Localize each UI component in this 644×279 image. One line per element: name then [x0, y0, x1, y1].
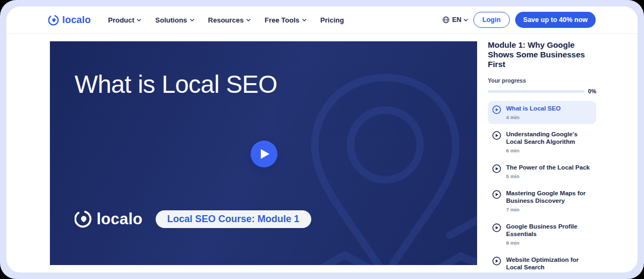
lesson-title: Mastering Google Maps for Business Disco…: [506, 189, 592, 204]
nav-label: Solutions: [155, 16, 187, 24]
progress-bar[interactable]: [488, 90, 585, 93]
lesson-duration: 9 min: [506, 240, 592, 246]
lesson-item-1[interactable]: What is Local SEO 4 min: [488, 101, 596, 124]
promo-cta-button[interactable]: Save up to 40% now: [515, 12, 596, 28]
lesson-title: Website Optimization for Local Search: [506, 256, 592, 271]
lesson-title: Google Business Profile Essentials: [506, 223, 592, 238]
play-circle-icon: [492, 256, 501, 266]
language-code: EN: [452, 16, 461, 24]
progress-value: 0%: [588, 88, 596, 94]
play-circle-icon: [492, 223, 501, 232]
progress-label: Your progress: [488, 77, 596, 84]
play-circle-icon: [492, 131, 501, 140]
video-player[interactable]: What is Local SEO localo Local SEO Cours…: [50, 41, 477, 265]
lesson-title: The Power of the Local Pack: [506, 164, 590, 171]
main-nav: Product Solutions Resources Free Tools P…: [108, 16, 344, 24]
nav-label: Product: [108, 16, 134, 24]
lesson-duration: 5 min: [506, 173, 590, 179]
course-sidebar: Module 1: Why Google Shows Some Business…: [488, 34, 596, 273]
login-button[interactable]: Login: [473, 12, 510, 28]
module-title: Module 1: Why Google Shows Some Business…: [488, 40, 596, 69]
header-right: EN Login Save up to 40% now: [442, 12, 596, 28]
lesson-item-3[interactable]: The Power of the Local Pack 5 min: [488, 160, 596, 183]
nav-item-product[interactable]: Product: [108, 16, 141, 24]
course-module-badge: Local SEO Course: Module 1: [156, 210, 311, 228]
chevron-down-icon: [302, 19, 306, 21]
lesson-list: What is Local SEO 4 min Understanding Go…: [488, 101, 596, 273]
localo-logo-icon: [48, 14, 60, 26]
localo-logo[interactable]: localo: [48, 14, 91, 26]
lesson-title: What is Local SEO: [506, 105, 561, 112]
page-frame: localo Product Solutions Resources Free …: [0, 0, 644, 279]
nav-label: Resources: [208, 16, 244, 24]
progress-row: 0%: [488, 88, 596, 94]
chevron-down-icon: [137, 19, 141, 21]
play-circle-icon: [492, 105, 501, 114]
chevron-down-icon: [246, 19, 251, 21]
video-localo-logo: localo: [75, 210, 143, 228]
localo-logo-icon: [75, 210, 93, 228]
app-card: localo Product Solutions Resources Free …: [6, 6, 638, 273]
lesson-title: Understanding Google's Local Search Algo…: [506, 130, 592, 145]
lesson-duration: 7 min: [506, 207, 592, 212]
language-selector[interactable]: EN: [442, 16, 467, 24]
chevron-down-icon: [190, 19, 194, 21]
play-circle-icon: [492, 190, 501, 199]
nav-label: Pricing: [320, 16, 344, 24]
top-navbar: localo Product Solutions Resources Free …: [6, 6, 638, 34]
play-button[interactable]: [251, 141, 277, 167]
globe-icon: [442, 16, 450, 24]
lesson-item-2[interactable]: Understanding Google's Local Search Algo…: [488, 127, 596, 157]
nav-item-pricing[interactable]: Pricing: [320, 16, 344, 24]
lesson-item-5[interactable]: Google Business Profile Essentials 9 min: [488, 219, 596, 249]
lesson-duration: 6 min: [506, 148, 592, 153]
video-footer: localo Local SEO Course: Module 1: [75, 210, 311, 228]
nav-item-free-tools[interactable]: Free Tools: [265, 16, 306, 24]
video-localo-logo-text: localo: [97, 210, 143, 228]
nav-label: Free Tools: [265, 16, 299, 24]
lesson-item-6[interactable]: Website Optimization for Local Search 13…: [488, 252, 596, 273]
nav-item-resources[interactable]: Resources: [208, 16, 251, 24]
lesson-duration: 4 min: [506, 114, 561, 120]
play-icon: [260, 149, 270, 159]
localo-logo-text: localo: [62, 14, 91, 26]
lesson-item-4[interactable]: Mastering Google Maps for Business Disco…: [488, 186, 596, 216]
play-circle-icon: [492, 164, 501, 173]
chevron-down-icon: [464, 19, 468, 21]
nav-item-solutions[interactable]: Solutions: [155, 16, 194, 24]
map-pin-watermark: [286, 69, 477, 265]
video-title: What is Local SEO: [75, 68, 311, 100]
